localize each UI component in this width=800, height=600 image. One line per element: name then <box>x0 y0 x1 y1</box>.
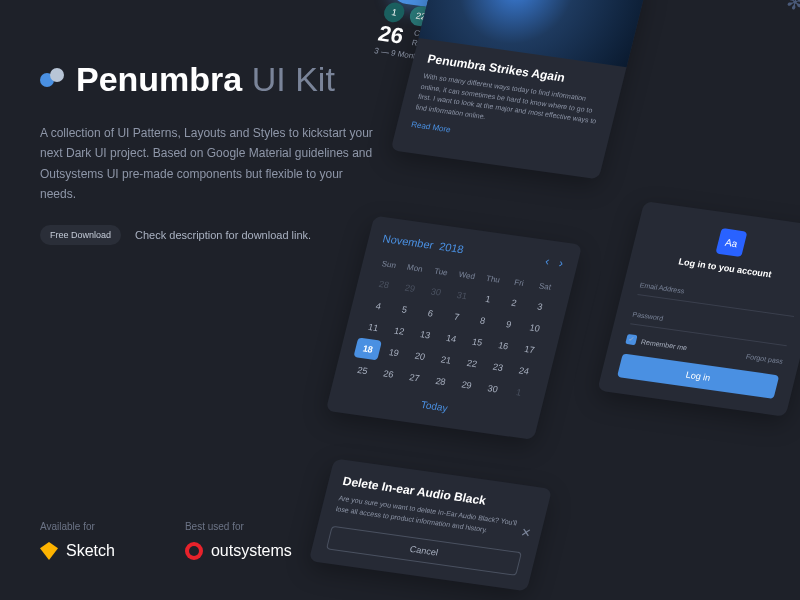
calendar-day[interactable]: 3 <box>526 295 555 318</box>
calendar-day[interactable]: 20 <box>405 345 434 368</box>
hero-description: A collection of UI Patterns, Layouts and… <box>40 123 380 205</box>
calendar-dow: Tue <box>427 262 455 282</box>
title-main: Penumbra <box>76 60 242 98</box>
calendar-day[interactable]: 25 <box>348 359 377 382</box>
calendar-day[interactable]: 6 <box>416 302 445 325</box>
calendar-day[interactable]: 10 <box>520 317 549 340</box>
calendar-day[interactable]: 14 <box>437 327 466 350</box>
calendar-day[interactable]: 18 <box>353 338 382 361</box>
calendar-dow: Sat <box>531 277 559 297</box>
calendar-day[interactable]: 17 <box>515 338 544 361</box>
calendar-day[interactable]: 21 <box>431 349 460 372</box>
free-download-badge[interactable]: Free Download <box>40 225 121 245</box>
calendar-day[interactable]: 16 <box>489 334 518 357</box>
calendar-day[interactable]: 11 <box>359 316 388 339</box>
calendar-dow: Fri <box>505 273 533 293</box>
calendar-prev[interactable]: ‹ <box>544 254 551 268</box>
calendar-dow: Thu <box>479 269 507 289</box>
calendar-day[interactable]: 2 <box>500 291 529 314</box>
article-card: Penumbra Strikes Again With so many diff… <box>391 0 649 179</box>
calendar-day[interactable]: 9 <box>494 313 523 336</box>
page-title: Penumbra UI Kit <box>76 60 335 99</box>
calendar-day[interactable]: 26 <box>374 363 403 386</box>
calendar-day[interactable]: 27 <box>400 366 429 389</box>
calendar-dow: Sun <box>375 255 403 275</box>
calendar-day[interactable]: 30 <box>421 280 450 303</box>
calendar-day[interactable]: 24 <box>510 359 539 382</box>
calendar-day[interactable]: 19 <box>379 341 408 364</box>
gear-icon: ✻ <box>784 0 800 15</box>
download-hint: Check description for download link. <box>135 229 311 241</box>
calendar-dow: Mon <box>401 258 429 278</box>
remember-me-checkbox[interactable]: ✓ Remember me <box>625 334 688 352</box>
calendar-widget: November 2018 ‹ › SunMonTueWedThuFriSat2… <box>326 216 583 440</box>
calendar-day[interactable]: 4 <box>364 295 393 318</box>
calendar-day[interactable]: 31 <box>448 284 477 307</box>
outsystems-icon <box>185 542 203 560</box>
calendar-day[interactable]: 7 <box>442 306 471 329</box>
logo-icon <box>40 68 64 92</box>
calendar-day[interactable]: 15 <box>463 331 492 354</box>
calendar-day[interactable]: 1 <box>474 288 503 311</box>
login-app-icon: Aa <box>715 228 747 257</box>
calendar-day[interactable]: 22 <box>457 352 486 375</box>
calendar-day[interactable]: 28 <box>369 273 398 296</box>
available-for-label: Available for <box>40 521 115 532</box>
calendar-day[interactable]: 13 <box>411 323 440 346</box>
close-icon[interactable]: ✕ <box>519 525 532 540</box>
calendar-day[interactable]: 1 <box>504 381 533 404</box>
delete-dialog: Delete In-ear Audio Black Are you sure y… <box>309 458 552 591</box>
title-suffix: UI Kit <box>252 60 335 98</box>
calendar-day[interactable]: 23 <box>484 356 513 379</box>
stat-value: 26 <box>376 21 407 50</box>
calendar-day[interactable]: 12 <box>385 320 414 343</box>
badge-count: 1 <box>382 1 407 23</box>
calendar-day[interactable]: 8 <box>468 309 497 332</box>
calendar-month[interactable]: November 2018 <box>382 232 465 255</box>
calendar-next[interactable]: › <box>558 256 565 270</box>
checkbox-icon: ✓ <box>625 334 637 345</box>
login-card: Aa Log in to you account Email Address P… <box>597 201 800 417</box>
calendar-day[interactable]: 29 <box>452 374 481 397</box>
calendar-dow: Wed <box>453 266 481 286</box>
sketch-icon <box>40 542 58 560</box>
forgot-password-link[interactable]: Forgot pass <box>745 352 783 364</box>
calendar-day[interactable]: 5 <box>390 298 419 321</box>
calendar-day[interactable]: 29 <box>395 277 424 300</box>
calendar-day[interactable]: 30 <box>478 377 507 400</box>
calendar-day[interactable]: 28 <box>426 370 455 393</box>
sketch-brand: Sketch <box>40 542 115 560</box>
